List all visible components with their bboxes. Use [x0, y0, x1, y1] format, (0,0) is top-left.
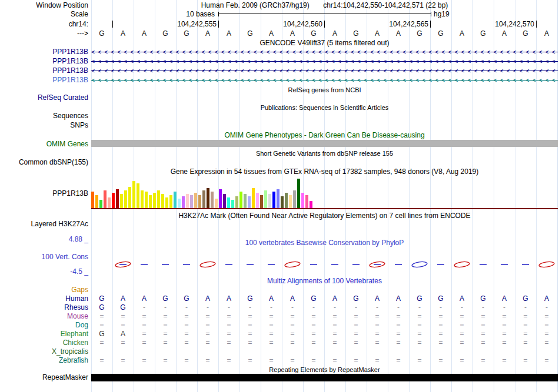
gtex-expression-bar[interactable]	[297, 179, 300, 208]
alignment-cell: =	[155, 312, 176, 321]
gtex-expression-bar[interactable]	[277, 189, 280, 208]
gtex-expression-bar[interactable]	[116, 189, 119, 208]
gtex-expression-bar[interactable]	[165, 197, 168, 208]
position-ruler[interactable]: 104,242,555104,242,560104,242,565104,242…	[0, 20, 559, 28]
gtex-expression-bar[interactable]	[310, 201, 312, 208]
gtex-expression-bar[interactable]	[141, 190, 144, 208]
gtex-expression-bar[interactable]	[128, 187, 131, 208]
gtex-expression-bar[interactable]	[219, 189, 222, 208]
gtex-expression-bar[interactable]	[207, 188, 209, 208]
multiz-alignment-rows[interactable]: GapsHumanGAAGGAAGAAGAGAAGGAGAGARhesusGG-…	[0, 286, 559, 365]
conservation-track-label[interactable]: 100 Vert. Cons	[0, 253, 88, 261]
gtex-expression-bar[interactable]	[198, 195, 201, 208]
gtex-expression-bar[interactable]	[149, 195, 152, 208]
alignment-cell: =	[451, 356, 473, 365]
layered-h3k27ac-label[interactable]: Layered H3K27Ac	[0, 220, 88, 228]
alignment-cell: =	[367, 312, 388, 321]
gtex-expression-bar[interactable]	[301, 193, 304, 208]
phylop-wiggle[interactable]	[91, 246, 558, 275]
gtex-expression-bar[interactable]	[285, 193, 288, 208]
gene-model-ppp1r13b-4[interactable]: <<<<<<<<<<<<<<<<<<<<<<<<<<<<<<<<<<<<<<<<…	[91, 76, 558, 85]
multiz-species-dog[interactable]: Dog	[0, 321, 88, 330]
multiz-species-zebrafish[interactable]: Zebrafish	[0, 356, 88, 365]
gtex-expression-bar[interactable]	[281, 196, 284, 208]
alignment-cell: -	[536, 303, 557, 312]
alignment-cell: -	[515, 303, 536, 312]
gtex-expression-bar[interactable]	[104, 190, 107, 208]
common-dbsnp-label[interactable]: Common dbSNP(155)	[0, 158, 88, 166]
gtex-expression-bar[interactable]	[231, 200, 234, 208]
gtex-expression-chart[interactable]	[91, 176, 558, 208]
gtex-expression-bar[interactable]	[256, 193, 259, 208]
gtex-expression-bar[interactable]	[248, 196, 251, 208]
gtex-expression-bar[interactable]	[120, 194, 123, 208]
repeatmasker-label[interactable]: RepeatMasker	[0, 374, 88, 381]
multiz-species-gaps[interactable]: Gaps	[0, 286, 88, 294]
gtex-expression-bar[interactable]	[174, 192, 177, 208]
gtex-expression-bar[interactable]	[124, 190, 127, 208]
gene-label-ppp1r13b-1[interactable]: PPP1R13B	[0, 48, 88, 56]
gtex-expression-bar[interactable]	[223, 194, 226, 208]
multiz-species-mouse[interactable]: Mouse	[0, 312, 88, 321]
gtex-expression-bar[interactable]	[99, 200, 102, 208]
base-letter: G	[430, 29, 451, 38]
alignment-cell: G	[112, 303, 134, 312]
gtex-expression-bar[interactable]	[260, 195, 263, 208]
gtex-expression-bar[interactable]	[157, 190, 160, 208]
gtex-expression-bar[interactable]	[211, 192, 214, 208]
gtex-expression-bar[interactable]	[305, 195, 308, 208]
gtex-expression-bar[interactable]	[145, 192, 148, 208]
gtex-expression-bar[interactable]	[112, 193, 115, 208]
gtex-expression-bar[interactable]	[186, 194, 189, 208]
gtex-expression-bar[interactable]	[235, 196, 238, 208]
gtex-expression-bar[interactable]	[108, 197, 111, 208]
gtex-expression-bar[interactable]	[202, 190, 205, 208]
ruler-tick	[430, 21, 431, 28]
alignment-cell: =	[261, 339, 282, 347]
gtex-expression-bar[interactable]	[272, 192, 275, 208]
gtex-expression-bar[interactable]	[252, 188, 255, 208]
alignment-cell: G	[409, 294, 430, 303]
gene-label-ppp1r13b-4[interactable]: PPP1R13B	[0, 76, 88, 84]
gtex-expression-bar[interactable]	[153, 193, 156, 208]
gtex-expression-bar[interactable]	[182, 196, 185, 208]
gtex-expression-bar[interactable]	[244, 194, 247, 208]
gtex-expression-bar[interactable]	[190, 195, 193, 208]
gene-label-ppp1r13b-2[interactable]: PPP1R13B	[0, 57, 88, 65]
gtex-gene-label[interactable]: PPP1R13B	[0, 189, 88, 197]
gtex-expression-bar[interactable]	[132, 181, 135, 208]
gene-model-ppp1r13b-1[interactable]: <<<<<<<<<<<<<<<<<<<<<<<<<<<<<<<<<<<<<<<<…	[91, 48, 558, 56]
omim-genes-label[interactable]: OMIM Genes	[0, 140, 88, 148]
gtex-expression-bar[interactable]	[137, 183, 139, 208]
multiz-species-human[interactable]: Human	[0, 294, 88, 303]
gtex-expression-bar[interactable]	[169, 195, 172, 208]
multiz-species-rhesus[interactable]: Rhesus	[0, 303, 88, 312]
gene-label-ppp1r13b-3[interactable]: PPP1R13B	[0, 66, 88, 75]
refseq-curated-label[interactable]: RefSeq Curated	[0, 93, 88, 102]
gtex-expression-bar[interactable]	[95, 195, 98, 208]
gtex-expression-bar[interactable]	[293, 190, 296, 208]
multiz-species-chicken[interactable]: Chicken	[0, 339, 88, 347]
alignment-cell: -	[282, 303, 303, 312]
gtex-expression-bar[interactable]	[178, 199, 181, 208]
alignment-cell: -	[409, 303, 430, 312]
dna-sequence-row[interactable]: GAAGGAAGAAGAGAAGGAGAGA	[0, 29, 559, 38]
gtex-expression-bar[interactable]	[239, 192, 242, 208]
multiz-species-elephant[interactable]: Elephant	[0, 330, 88, 339]
gtex-expression-bar[interactable]	[215, 199, 218, 208]
gene-model-ppp1r13b-2[interactable]: <<<<<<<<<<<<<<<<<<<<<<<<<<<<<<<<<<<<<<<<…	[91, 57, 558, 66]
gtex-expression-bar[interactable]	[268, 194, 271, 208]
repeatmasker-bar[interactable]	[91, 374, 558, 381]
omim-gene-bar[interactable]	[91, 140, 558, 147]
gtex-expression-bar[interactable]	[264, 190, 267, 208]
gtex-expression-bar[interactable]	[194, 193, 197, 208]
gtex-expression-bar[interactable]	[161, 194, 164, 208]
gtex-expression-bar[interactable]	[91, 192, 94, 208]
gtex-expression-bar[interactable]	[227, 197, 230, 208]
gene-model-ppp1r13b-3[interactable]: <<<<<<<<<<<<<<<<<<<<<<<<<<<<<<<<<<<<<<<<…	[91, 66, 558, 75]
phylop-negative-loop	[285, 261, 301, 268]
gtex-expression-bar[interactable]	[289, 195, 292, 208]
snps-label[interactable]: SNPs	[0, 121, 88, 129]
multiz-species-x_tropicalis[interactable]: X_tropicalis	[0, 347, 88, 356]
sequences-label[interactable]: Sequences	[0, 112, 88, 120]
